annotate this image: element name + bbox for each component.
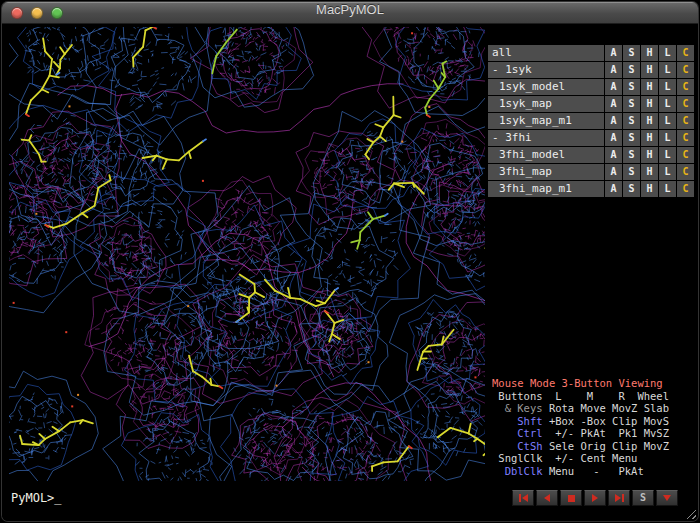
object-s-button[interactable]: S	[623, 181, 640, 197]
object-s-button[interactable]: S	[623, 164, 640, 180]
viewport-canvas[interactable]	[9, 27, 485, 481]
object-a-button[interactable]: A	[605, 79, 622, 95]
object-s-button[interactable]: S	[623, 130, 640, 146]
object-row: 1syk_modelASHLC	[488, 79, 694, 95]
object-row: 3fhi_map_m1ASHLC	[488, 181, 694, 197]
object-l-button[interactable]: L	[659, 181, 676, 197]
object-c-button[interactable]: C	[677, 96, 694, 112]
object-h-button[interactable]: H	[641, 96, 658, 112]
help-text-segment: & Keys	[492, 402, 549, 414]
object-c-button[interactable]: C	[677, 62, 694, 78]
scene-icon: S	[640, 491, 646, 505]
command-prompt[interactable]: PyMOL>_	[11, 491, 62, 505]
object-row: - 1sykASHLC	[488, 62, 694, 78]
object-s-button[interactable]: S	[623, 45, 640, 61]
object-h-button[interactable]: H	[641, 164, 658, 180]
object-name[interactable]: - 3fhi	[488, 130, 604, 146]
help-line: SnglClk +/- Cent Menu	[492, 452, 694, 465]
object-l-button[interactable]: L	[659, 96, 676, 112]
object-a-button[interactable]: A	[605, 62, 622, 78]
object-h-button[interactable]: H	[641, 62, 658, 78]
help-text-segment: Rota Move MovZ Slab	[549, 402, 669, 414]
object-name[interactable]: 1syk_map	[488, 96, 604, 112]
object-row: 1syk_map_m1ASHLC	[488, 113, 694, 129]
go-to-start-icon	[522, 494, 528, 502]
help-text-segment: SnglClk +/- Cent Menu	[492, 452, 637, 464]
help-line: & Keys Rota Move MovZ Slab	[492, 402, 694, 415]
object-a-button[interactable]: A	[605, 164, 622, 180]
object-panel: allASHLC- 1sykASHLC1syk_modelASHLC1syk_m…	[488, 45, 694, 198]
object-c-button[interactable]: C	[677, 181, 694, 197]
object-l-button[interactable]: L	[659, 130, 676, 146]
object-name[interactable]: 3fhi_map	[488, 164, 604, 180]
title-bar: MacPyMOL	[2, 2, 698, 24]
help-line: Shft +Box -Box Clip MovS	[492, 415, 694, 428]
object-h-button[interactable]: H	[641, 79, 658, 95]
object-a-button[interactable]: A	[605, 96, 622, 112]
play-button[interactable]	[584, 490, 606, 506]
help-line: Mouse Mode 3-Button Viewing	[492, 377, 694, 390]
object-s-button[interactable]: S	[623, 113, 640, 129]
object-name[interactable]: 1syk_map_m1	[488, 113, 604, 129]
object-c-button[interactable]: C	[677, 113, 694, 129]
object-h-button[interactable]: H	[641, 147, 658, 163]
object-a-button[interactable]: A	[605, 181, 622, 197]
menu-down-icon	[663, 495, 671, 501]
object-c-button[interactable]: C	[677, 130, 694, 146]
object-name[interactable]: 1syk_model	[488, 79, 604, 95]
help-text-segment: DblClk	[492, 465, 549, 477]
scene-button[interactable]: S	[632, 490, 654, 506]
macpymol-window: MacPyMOL allASHLC- 1sykASHLC1syk_modelAS…	[2, 2, 698, 521]
object-l-button[interactable]: L	[659, 113, 676, 129]
help-text-segment: Menu - PkAt	[549, 465, 644, 477]
help-lines: Mouse Mode 3-Button Viewing Buttons L M …	[492, 377, 694, 477]
menu-down-button[interactable]	[656, 490, 678, 506]
object-c-button[interactable]: C	[677, 147, 694, 163]
object-row: 3fhi_modelASHLC	[488, 147, 694, 163]
object-s-button[interactable]: S	[623, 62, 640, 78]
go-to-end-icon	[615, 494, 621, 502]
object-name[interactable]: all	[488, 45, 604, 61]
object-s-button[interactable]: S	[623, 147, 640, 163]
help-line: Buttons L M R Wheel	[492, 390, 694, 403]
object-l-button[interactable]: L	[659, 79, 676, 95]
object-row: - 3fhiASHLC	[488, 130, 694, 146]
movie-controls: S	[512, 490, 678, 506]
go-to-start-button[interactable]	[512, 490, 534, 506]
window-content: allASHLC- 1sykASHLC1syk_modelASHLC1syk_m…	[2, 25, 698, 521]
object-h-button[interactable]: H	[641, 130, 658, 146]
object-a-button[interactable]: A	[605, 130, 622, 146]
object-a-button[interactable]: A	[605, 45, 622, 61]
help-text-segment: Ctrl	[492, 427, 549, 439]
object-list: allASHLC- 1sykASHLC1syk_modelASHLC1syk_m…	[488, 45, 694, 197]
object-s-button[interactable]: S	[623, 96, 640, 112]
object-name[interactable]: - 1syk	[488, 62, 604, 78]
object-h-button[interactable]: H	[641, 45, 658, 61]
object-c-button[interactable]: C	[677, 45, 694, 61]
help-text-segment: Buttons L M R Wheel	[492, 390, 669, 402]
play-icon	[592, 494, 598, 502]
object-l-button[interactable]: L	[659, 45, 676, 61]
object-l-button[interactable]: L	[659, 62, 676, 78]
object-c-button[interactable]: C	[677, 79, 694, 95]
prompt-text: PyMOL>_	[11, 491, 62, 505]
help-text-segment: Shft	[492, 415, 549, 427]
object-h-button[interactable]: H	[641, 113, 658, 129]
stop-button[interactable]	[560, 490, 582, 506]
object-l-button[interactable]: L	[659, 147, 676, 163]
object-c-button[interactable]: C	[677, 164, 694, 180]
go-to-end-button[interactable]	[608, 490, 630, 506]
object-h-button[interactable]: H	[641, 181, 658, 197]
help-text-segment: Sele Orig Clip MovZ	[549, 440, 669, 452]
object-name[interactable]: 3fhi_map_m1	[488, 181, 604, 197]
help-text-segment: +Box -Box Clip MovS	[549, 415, 669, 427]
step-back-button[interactable]	[536, 490, 558, 506]
object-row: 3fhi_mapASHLC	[488, 164, 694, 180]
stop-icon	[568, 495, 575, 502]
object-a-button[interactable]: A	[605, 147, 622, 163]
object-row: allASHLC	[488, 45, 694, 61]
object-a-button[interactable]: A	[605, 113, 622, 129]
object-name[interactable]: 3fhi_model	[488, 147, 604, 163]
object-l-button[interactable]: L	[659, 164, 676, 180]
object-s-button[interactable]: S	[623, 79, 640, 95]
